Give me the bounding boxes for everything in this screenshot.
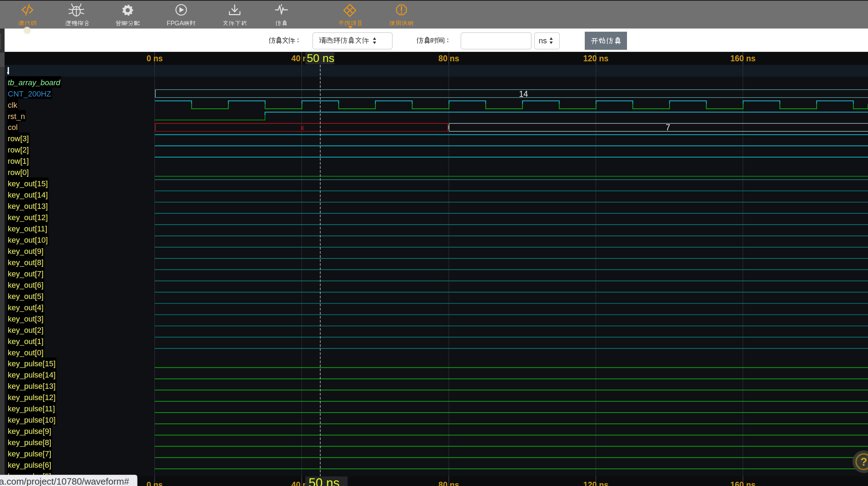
svg-text:key_pulse[13]: key_pulse[13]	[8, 382, 56, 391]
svg-text:80: 80	[438, 54, 448, 63]
svg-text:CNT_200HZ: CNT_200HZ	[8, 89, 51, 98]
svg-text:key_out[1]: key_out[1]	[8, 337, 44, 346]
svg-text:clk: clk	[8, 101, 18, 110]
svg-text:row[3]: row[3]	[8, 134, 29, 143]
svg-text:0: 0	[147, 54, 151, 63]
svg-text:key_pulse[7]: key_pulse[7]	[8, 449, 51, 458]
svg-text:ns: ns	[746, 480, 756, 486]
svg-text:key_out[13]: key_out[13]	[8, 202, 48, 211]
svg-text:key_out[7]: key_out[7]	[8, 269, 44, 278]
svg-text:key_pulse[8]: key_pulse[8]	[8, 438, 51, 447]
svg-text:key_pulse[12]: key_pulse[12]	[8, 393, 56, 402]
svg-text:ns: ns	[539, 36, 547, 45]
svg-text:160: 160	[730, 480, 744, 486]
svg-text:key_out[4]: key_out[4]	[8, 303, 44, 312]
svg-text:key_out[8]: key_out[8]	[8, 258, 44, 267]
svg-text:key_out[14]: key_out[14]	[8, 191, 48, 199]
svg-text:key_out[15]: key_out[15]	[8, 179, 48, 188]
svg-text:row[2]: row[2]	[8, 145, 29, 154]
svg-text:80: 80	[438, 480, 448, 486]
svg-text:key_out[11]: key_out[11]	[8, 224, 47, 233]
svg-text:50 ns: 50 ns	[309, 476, 340, 486]
svg-text:key_out[2]: key_out[2]	[8, 326, 44, 335]
svg-text:120: 120	[583, 480, 597, 486]
svg-text:?: ?	[860, 455, 867, 468]
svg-text:ns: ns	[450, 480, 459, 486]
svg-text:40: 40	[291, 54, 300, 63]
svg-text:row[1]: row[1]	[8, 157, 29, 166]
svg-text:key_out[5]: key_out[5]	[8, 292, 44, 301]
svg-text:ns: ns	[153, 54, 163, 63]
svg-text:14: 14	[519, 89, 528, 99]
svg-text:ns: ns	[450, 54, 459, 63]
svg-text:ns: ns	[599, 54, 609, 63]
svg-text:50 ns: 50 ns	[307, 52, 334, 64]
svg-text:120: 120	[583, 54, 597, 63]
svg-text:key_out[6]: key_out[6]	[8, 281, 44, 289]
svg-text:ns: ns	[599, 480, 609, 486]
svg-text:key_out[3]: key_out[3]	[8, 314, 44, 323]
svg-text:rst_n: rst_n	[8, 112, 25, 121]
svg-text:x: x	[300, 123, 304, 131]
svg-text:key_pulse[15]: key_pulse[15]	[8, 359, 56, 368]
svg-text:key_pulse[6]: key_pulse[6]	[8, 461, 51, 469]
svg-text:key_pulse[9]: key_pulse[9]	[8, 427, 51, 436]
svg-text:key_out[9]: key_out[9]	[8, 247, 44, 256]
svg-text:key_pulse[10]: key_pulse[10]	[8, 416, 56, 424]
svg-text:key_out[10]: key_out[10]	[8, 236, 48, 244]
svg-text:FPGA: FPGA	[167, 20, 184, 27]
svg-text:a.com/project/10780/waveform#: a.com/project/10780/waveform#	[0, 476, 129, 486]
svg-text:key_pulse[14]: key_pulse[14]	[8, 370, 56, 379]
svg-text:ns: ns	[153, 480, 163, 486]
svg-text:tb_array_board: tb_array_board	[8, 78, 61, 87]
svg-text:ns: ns	[746, 54, 756, 63]
svg-text:40: 40	[291, 480, 300, 486]
svg-text:row[0]: row[0]	[8, 168, 29, 177]
svg-text:col: col	[8, 123, 18, 132]
svg-text:key_out[12]: key_out[12]	[8, 213, 48, 222]
svg-text:7: 7	[666, 123, 670, 132]
svg-text:0: 0	[147, 480, 151, 486]
svg-text:160: 160	[730, 54, 744, 63]
svg-text:key_pulse[11]: key_pulse[11]	[8, 404, 55, 413]
svg-text:key_out[0]: key_out[0]	[8, 348, 44, 357]
